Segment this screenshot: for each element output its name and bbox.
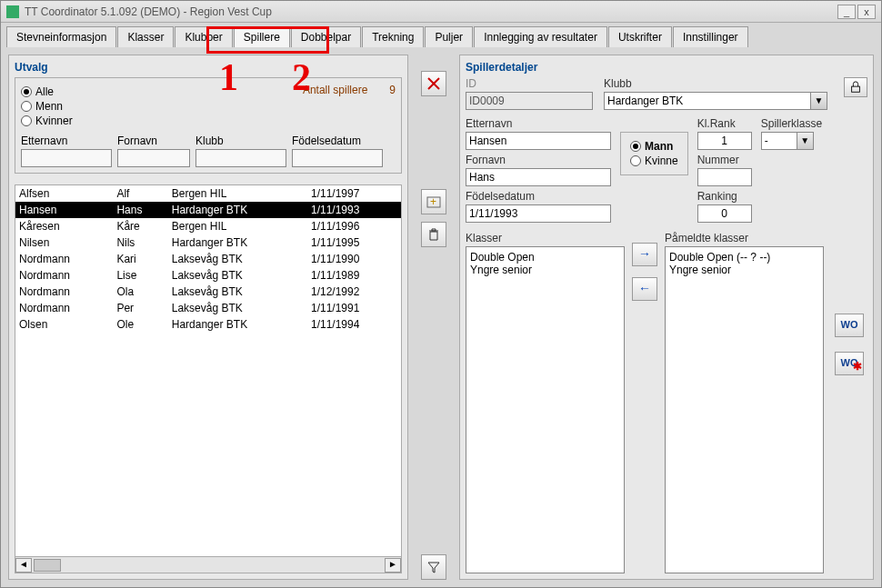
- tab-puljer[interactable]: Puljer: [425, 26, 473, 47]
- radio-dot-icon: [21, 115, 32, 126]
- player-list[interactable]: AlfsenAlfBergen HIL1/11/1997HansenHansHa…: [15, 184, 402, 573]
- arrow-right-button[interactable]: →: [632, 243, 657, 266]
- table-row[interactable]: NordmannLiseLaksevåg BTK1/11/1989: [15, 267, 401, 284]
- ranking-field[interactable]: [697, 204, 752, 223]
- list-item[interactable]: Yngre senior: [669, 264, 819, 276]
- app-window: 1 2 TT Coordinator 5.1.092 (DEMO) - Regi…: [0, 0, 882, 588]
- fornavn-field[interactable]: [466, 168, 611, 186]
- list-item[interactable]: Yngre senior: [470, 264, 620, 276]
- table-row[interactable]: NordmannOlaLaksevåg BTK1/12/1992: [15, 284, 401, 300]
- table-row[interactable]: NilsenNilsHardanger BTK1/11/1995: [15, 234, 401, 251]
- id-field: [466, 92, 593, 110]
- hscrollbar[interactable]: ◄ ►: [15, 556, 401, 573]
- chevron-down-icon[interactable]: ▼: [797, 132, 814, 150]
- table-row[interactable]: HansenHansHardanger BTK1/11/1993: [15, 202, 401, 218]
- radio-dot-icon: [21, 86, 32, 97]
- mid-actions: +: [416, 55, 452, 580]
- title-bar: TT Coordinator 5.1.092 (DEMO) - Region V…: [1, 1, 881, 23]
- filter-fornavn[interactable]: [117, 149, 190, 167]
- chevron-down-icon[interactable]: ▼: [811, 92, 827, 110]
- filter-klubb[interactable]: [195, 149, 286, 167]
- utvalg-filter-box: Alle Menn Kvinner Antall spillere 9 Ette…: [15, 77, 402, 174]
- delete-player-button[interactable]: [421, 222, 446, 247]
- radio-dot-icon: [630, 155, 641, 166]
- radio-kvinner[interactable]: Kvinner: [21, 115, 73, 127]
- klubb-select[interactable]: [604, 92, 811, 110]
- remove-player-button[interactable]: [421, 71, 446, 96]
- close-button[interactable]: x: [857, 5, 876, 19]
- radio-menn[interactable]: Menn: [21, 100, 73, 113]
- scroll-left-icon[interactable]: ◄: [15, 558, 32, 573]
- paameldte-list[interactable]: Double Open (-- ? --)Yngre senior: [665, 246, 824, 573]
- radio-kvinne[interactable]: Kvinne: [630, 154, 678, 167]
- table-row[interactable]: NordmannPerLaksevåg BTK1/11/1991: [15, 300, 401, 316]
- scroll-thumb[interactable]: [34, 559, 61, 572]
- filter-button[interactable]: [421, 554, 446, 580]
- svg-rect-2: [852, 86, 860, 92]
- svg-text:+: +: [430, 195, 436, 208]
- count-value: 9: [389, 84, 396, 96]
- window-title: TT Coordinator 5.1.092 (DEMO) - Region V…: [25, 5, 836, 18]
- tab-innlegging-av-resultater[interactable]: Innlegging av resultater: [474, 26, 607, 47]
- tab-utskrifter[interactable]: Utskrifter: [608, 26, 672, 47]
- main-content: Utvalg Alle Menn Kvinner Antall spillere…: [1, 47, 881, 587]
- table-row[interactable]: AlfsenAlfBergen HIL1/11/1997: [15, 185, 401, 202]
- list-item[interactable]: Double Open (-- ? --): [669, 251, 819, 264]
- table-row[interactable]: KåresenKåreBergen HIL1/11/1996: [15, 218, 401, 234]
- radio-dot-icon: [21, 101, 32, 112]
- radio-dot-icon: [630, 141, 641, 152]
- table-row[interactable]: OlsenOleHardanger BTK1/11/1994: [15, 316, 401, 333]
- tab-dobbelpar[interactable]: Dobbelpar: [291, 26, 361, 47]
- filter-etternavn[interactable]: [21, 149, 112, 167]
- tab-spillere[interactable]: Spillere: [234, 26, 290, 47]
- details-title: Spillerdetaljer: [466, 61, 867, 74]
- nummer-field[interactable]: [697, 168, 752, 186]
- count-label: Antall spillere: [303, 84, 367, 96]
- radio-mann[interactable]: Mann: [630, 140, 678, 153]
- etternavn-field[interactable]: [466, 132, 611, 150]
- details-panel: Spillerdetaljer ID Klubb ▼: [459, 55, 874, 580]
- radio-alle[interactable]: Alle: [21, 85, 73, 98]
- tab-bar: StevneinformasjonKlasserKlubberSpillereD…: [1, 23, 881, 47]
- table-row[interactable]: NordmannKariLaksevåg BTK1/11/1990: [15, 251, 401, 267]
- tab-trekning[interactable]: Trekning: [362, 26, 424, 47]
- scroll-right-icon[interactable]: ►: [385, 558, 401, 573]
- klasser-list[interactable]: Double OpenYngre senior: [466, 246, 625, 573]
- list-item[interactable]: Double Open: [470, 251, 620, 264]
- app-icon: [6, 5, 19, 18]
- tab-innstillinger[interactable]: Innstillinger: [673, 26, 748, 47]
- minimize-button[interactable]: _: [837, 5, 856, 19]
- spillerklasse-select[interactable]: [761, 132, 797, 150]
- utvalg-title: Utvalg: [15, 61, 402, 74]
- tab-klasser[interactable]: Klasser: [117, 26, 174, 47]
- arrow-left-button[interactable]: ←: [632, 277, 657, 301]
- utvalg-panel: Utvalg Alle Menn Kvinner Antall spillere…: [8, 55, 408, 580]
- tab-stevneinformasjon[interactable]: Stevneinformasjon: [6, 26, 116, 47]
- filter-fodsel[interactable]: [292, 149, 383, 167]
- klrank-field[interactable]: [697, 132, 752, 150]
- lock-button[interactable]: [844, 77, 867, 97]
- add-player-button[interactable]: +: [421, 189, 446, 214]
- wo-button[interactable]: WO: [835, 314, 864, 337]
- gender-box: Mann Kvinne: [620, 132, 688, 175]
- tab-klubber[interactable]: Klubber: [175, 26, 232, 47]
- wo-clear-button[interactable]: WO: [835, 352, 864, 375]
- fodsel-field[interactable]: [466, 204, 611, 223]
